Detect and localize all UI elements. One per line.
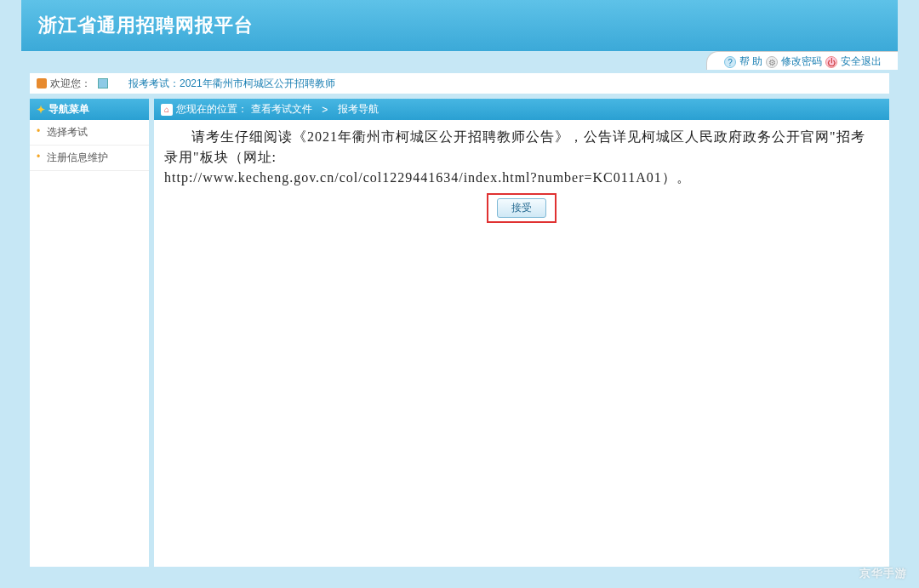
accept-highlight-box: 接受 — [487, 193, 557, 223]
key-icon: ⚙ — [766, 56, 778, 68]
help-icon: ? — [724, 56, 736, 68]
sidebar-title: 导航菜单 — [49, 102, 89, 117]
breadcrumb-part1[interactable]: 查看考试文件 — [251, 102, 312, 117]
breadcrumb: ⌂ 您现在的位置： 查看考试文件 > 报考导航 — [154, 99, 889, 120]
user-icon — [37, 78, 47, 88]
logout-link[interactable]: 安全退出 — [841, 54, 882, 69]
sidebar-item-select-exam[interactable]: 选择考试 — [30, 120, 149, 146]
sidebar-item-register-info[interactable]: 注册信息维护 — [30, 146, 149, 171]
header-bar: 浙江省通用招聘网报平台 — [21, 0, 898, 51]
top-toolbar: ? 帮 助 ⚙ 修改密码 ⏻ 安全退出 — [706, 51, 898, 70]
star-icon: ✦ — [37, 104, 45, 116]
notice-text: 请考生仔细阅读《2021年衢州市柯城区公开招聘教师公告》，公告详见柯城区人民政府… — [154, 120, 889, 188]
small-box-icon — [98, 78, 108, 88]
watermark: 京华手游 — [859, 566, 907, 581]
sidebar-header: ✦ 导航菜单 — [30, 99, 149, 120]
home-icon: ⌂ — [161, 104, 173, 116]
exam-label: 报考考试：2021年衢州市柯城区公开招聘教师 — [128, 77, 335, 91]
accept-button[interactable]: 接受 — [497, 198, 546, 218]
modify-password-link[interactable]: 修改密码 — [781, 54, 822, 69]
notice-line1: 请考生仔细阅读《2021年衢州市柯城区公开招聘教师公告》，公告详见柯城区人民政府… — [164, 127, 879, 168]
welcome-label: 欢迎您： — [50, 77, 91, 91]
page-title: 浙江省通用招聘网报平台 — [38, 13, 254, 38]
power-icon: ⏻ — [825, 56, 837, 68]
main-content: ⌂ 您现在的位置： 查看考试文件 > 报考导航 请考生仔细阅读《2021年衢州市… — [154, 99, 889, 567]
user-bar: 欢迎您： 报考考试：2021年衢州市柯城区公开招聘教师 — [30, 73, 889, 94]
notice-line2: http://www.kecheng.gov.cn/col/col1229441… — [164, 170, 691, 185]
sidebar: ✦ 导航菜单 选择考试 注册信息维护 — [30, 99, 149, 567]
help-link[interactable]: 帮 助 — [739, 54, 762, 69]
breadcrumb-part2[interactable]: 报考导航 — [338, 102, 379, 117]
